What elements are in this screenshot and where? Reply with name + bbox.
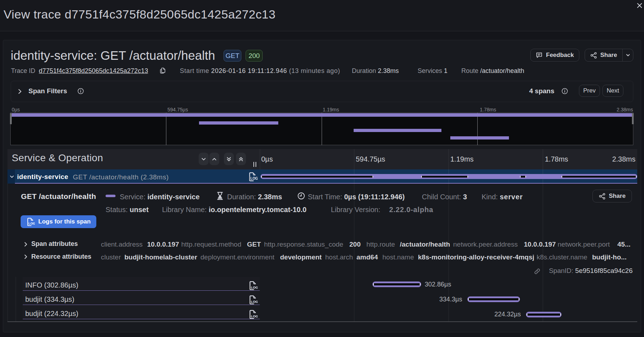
svg-text:LOG: LOG (28, 222, 35, 225)
svg-text:LOG: LOG (251, 285, 258, 289)
svg-text:LOG: LOG (251, 314, 258, 318)
svg-text:LOG: LOG (251, 300, 258, 304)
svg-text:LOG: LOG (251, 177, 258, 180)
